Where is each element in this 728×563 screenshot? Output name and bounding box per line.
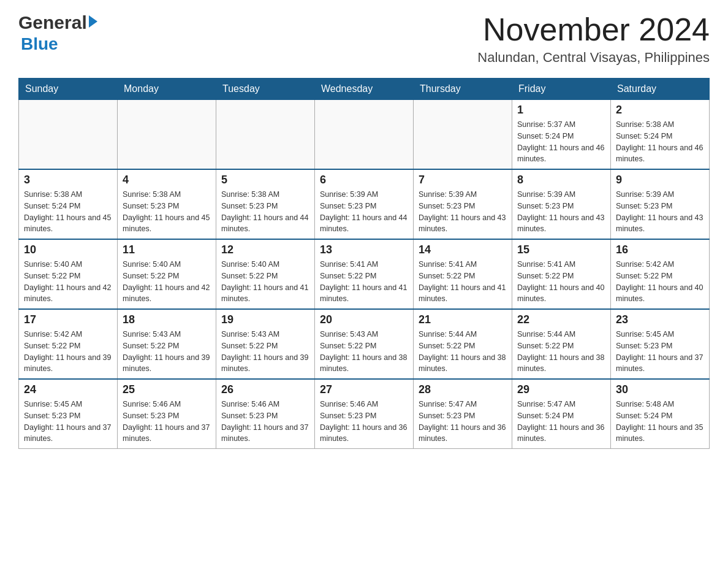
calendar-cell: 23Sunrise: 5:45 AM Sunset: 5:23 PM Dayli…	[611, 309, 710, 379]
day-info: Sunrise: 5:38 AM Sunset: 5:23 PM Dayligh…	[221, 189, 309, 235]
calendar-cell: 6Sunrise: 5:39 AM Sunset: 5:23 PM Daylig…	[315, 169, 414, 239]
calendar-cell: 12Sunrise: 5:40 AM Sunset: 5:22 PM Dayli…	[216, 239, 315, 309]
calendar-header-thursday: Thursday	[414, 79, 512, 100]
calendar-week-row: 17Sunrise: 5:42 AM Sunset: 5:22 PM Dayli…	[19, 309, 710, 379]
calendar-cell: 18Sunrise: 5:43 AM Sunset: 5:22 PM Dayli…	[118, 309, 216, 379]
calendar-cell: 21Sunrise: 5:44 AM Sunset: 5:22 PM Dayli…	[414, 309, 512, 379]
calendar-cell: 27Sunrise: 5:46 AM Sunset: 5:23 PM Dayli…	[315, 379, 414, 449]
calendar-cell: 19Sunrise: 5:43 AM Sunset: 5:22 PM Dayli…	[216, 309, 315, 379]
day-info: Sunrise: 5:47 AM Sunset: 5:24 PM Dayligh…	[517, 399, 605, 445]
day-number: 11	[123, 243, 211, 256]
calendar-cell: 7Sunrise: 5:39 AM Sunset: 5:23 PM Daylig…	[414, 169, 512, 239]
calendar-week-row: 1Sunrise: 5:37 AM Sunset: 5:24 PM Daylig…	[19, 100, 710, 170]
day-number: 20	[320, 313, 408, 326]
day-number: 14	[419, 243, 507, 256]
day-info: Sunrise: 5:48 AM Sunset: 5:24 PM Dayligh…	[616, 399, 704, 445]
logo: General Blue	[18, 12, 97, 54]
calendar-cell: 13Sunrise: 5:41 AM Sunset: 5:22 PM Dayli…	[315, 239, 414, 309]
calendar-cell: 16Sunrise: 5:42 AM Sunset: 5:22 PM Dayli…	[611, 239, 710, 309]
day-number: 9	[616, 174, 704, 186]
calendar-cell: 4Sunrise: 5:38 AM Sunset: 5:23 PM Daylig…	[118, 169, 216, 239]
calendar-cell: 5Sunrise: 5:38 AM Sunset: 5:23 PM Daylig…	[216, 169, 315, 239]
day-info: Sunrise: 5:43 AM Sunset: 5:22 PM Dayligh…	[221, 329, 309, 375]
day-number: 28	[419, 383, 507, 396]
day-info: Sunrise: 5:40 AM Sunset: 5:22 PM Dayligh…	[24, 259, 112, 305]
day-number: 4	[123, 174, 211, 186]
calendar-week-row: 3Sunrise: 5:38 AM Sunset: 5:24 PM Daylig…	[19, 169, 710, 239]
day-number: 22	[517, 313, 605, 326]
calendar-week-row: 10Sunrise: 5:40 AM Sunset: 5:22 PM Dayli…	[19, 239, 710, 309]
day-info: Sunrise: 5:47 AM Sunset: 5:23 PM Dayligh…	[419, 399, 507, 445]
calendar-cell	[118, 100, 216, 170]
day-info: Sunrise: 5:46 AM Sunset: 5:23 PM Dayligh…	[123, 399, 211, 445]
calendar-cell: 2Sunrise: 5:38 AM Sunset: 5:24 PM Daylig…	[611, 100, 710, 170]
day-info: Sunrise: 5:46 AM Sunset: 5:23 PM Dayligh…	[320, 399, 408, 445]
calendar-cell: 29Sunrise: 5:47 AM Sunset: 5:24 PM Dayli…	[512, 379, 611, 449]
day-info: Sunrise: 5:39 AM Sunset: 5:23 PM Dayligh…	[320, 189, 408, 235]
day-number: 3	[24, 174, 112, 186]
calendar-cell: 17Sunrise: 5:42 AM Sunset: 5:22 PM Dayli…	[19, 309, 118, 379]
calendar-cell: 28Sunrise: 5:47 AM Sunset: 5:23 PM Dayli…	[414, 379, 512, 449]
day-number: 29	[517, 383, 605, 396]
calendar-cell	[216, 100, 315, 170]
calendar-cell: 1Sunrise: 5:37 AM Sunset: 5:24 PM Daylig…	[512, 100, 611, 170]
day-info: Sunrise: 5:40 AM Sunset: 5:22 PM Dayligh…	[123, 259, 211, 305]
calendar-cell: 9Sunrise: 5:39 AM Sunset: 5:23 PM Daylig…	[611, 169, 710, 239]
logo-blue-text: Blue	[21, 34, 58, 54]
calendar-cell: 15Sunrise: 5:41 AM Sunset: 5:22 PM Dayli…	[512, 239, 611, 309]
calendar-cell: 11Sunrise: 5:40 AM Sunset: 5:22 PM Dayli…	[118, 239, 216, 309]
page-header: General Blue November 2024 Nalundan, Cen…	[18, 12, 710, 66]
day-info: Sunrise: 5:42 AM Sunset: 5:22 PM Dayligh…	[24, 329, 112, 375]
calendar-cell: 20Sunrise: 5:43 AM Sunset: 5:22 PM Dayli…	[315, 309, 414, 379]
day-number: 19	[221, 313, 309, 326]
day-info: Sunrise: 5:44 AM Sunset: 5:22 PM Dayligh…	[419, 329, 507, 375]
day-info: Sunrise: 5:43 AM Sunset: 5:22 PM Dayligh…	[123, 329, 211, 375]
calendar-cell: 3Sunrise: 5:38 AM Sunset: 5:24 PM Daylig…	[19, 169, 118, 239]
day-info: Sunrise: 5:41 AM Sunset: 5:22 PM Dayligh…	[419, 259, 507, 305]
calendar-table: SundayMondayTuesdayWednesdayThursdayFrid…	[18, 78, 710, 449]
day-number: 24	[24, 383, 112, 396]
calendar-week-row: 24Sunrise: 5:45 AM Sunset: 5:23 PM Dayli…	[19, 379, 710, 449]
calendar-header-saturday: Saturday	[611, 79, 710, 100]
day-number: 2	[616, 104, 704, 117]
day-number: 15	[517, 243, 605, 256]
calendar-cell: 14Sunrise: 5:41 AM Sunset: 5:22 PM Dayli…	[414, 239, 512, 309]
day-info: Sunrise: 5:43 AM Sunset: 5:22 PM Dayligh…	[320, 329, 408, 375]
day-info: Sunrise: 5:39 AM Sunset: 5:23 PM Dayligh…	[517, 189, 605, 235]
day-number: 26	[221, 383, 309, 396]
day-number: 5	[221, 174, 309, 186]
calendar-cell: 30Sunrise: 5:48 AM Sunset: 5:24 PM Dayli…	[611, 379, 710, 449]
calendar-cell: 8Sunrise: 5:39 AM Sunset: 5:23 PM Daylig…	[512, 169, 611, 239]
day-number: 13	[320, 243, 408, 256]
day-number: 6	[320, 174, 408, 186]
calendar-header-sunday: Sunday	[19, 79, 118, 100]
logo-arrow-icon	[89, 15, 97, 28]
day-number: 23	[616, 313, 704, 326]
month-title: November 2024	[477, 12, 710, 47]
day-info: Sunrise: 5:44 AM Sunset: 5:22 PM Dayligh…	[517, 329, 605, 375]
day-info: Sunrise: 5:46 AM Sunset: 5:23 PM Dayligh…	[221, 399, 309, 445]
day-number: 18	[123, 313, 211, 326]
logo-general-text: General	[18, 12, 87, 33]
day-number: 30	[616, 383, 704, 396]
calendar-cell	[414, 100, 512, 170]
calendar-cell: 25Sunrise: 5:46 AM Sunset: 5:23 PM Dayli…	[118, 379, 216, 449]
day-info: Sunrise: 5:41 AM Sunset: 5:22 PM Dayligh…	[320, 259, 408, 305]
calendar-cell: 24Sunrise: 5:45 AM Sunset: 5:23 PM Dayli…	[19, 379, 118, 449]
day-info: Sunrise: 5:38 AM Sunset: 5:23 PM Dayligh…	[123, 189, 211, 235]
calendar-cell: 26Sunrise: 5:46 AM Sunset: 5:23 PM Dayli…	[216, 379, 315, 449]
day-number: 7	[419, 174, 507, 186]
calendar-header-monday: Monday	[118, 79, 216, 100]
day-number: 12	[221, 243, 309, 256]
day-info: Sunrise: 5:40 AM Sunset: 5:22 PM Dayligh…	[221, 259, 309, 305]
day-info: Sunrise: 5:37 AM Sunset: 5:24 PM Dayligh…	[517, 119, 605, 165]
calendar-cell: 22Sunrise: 5:44 AM Sunset: 5:22 PM Dayli…	[512, 309, 611, 379]
day-number: 10	[24, 243, 112, 256]
day-info: Sunrise: 5:42 AM Sunset: 5:22 PM Dayligh…	[616, 259, 704, 305]
calendar-cell	[315, 100, 414, 170]
day-info: Sunrise: 5:45 AM Sunset: 5:23 PM Dayligh…	[24, 399, 112, 445]
title-section: November 2024 Nalundan, Central Visayas,…	[477, 12, 710, 66]
day-info: Sunrise: 5:45 AM Sunset: 5:23 PM Dayligh…	[616, 329, 704, 375]
day-number: 16	[616, 243, 704, 256]
calendar-header-row: SundayMondayTuesdayWednesdayThursdayFrid…	[19, 79, 710, 100]
